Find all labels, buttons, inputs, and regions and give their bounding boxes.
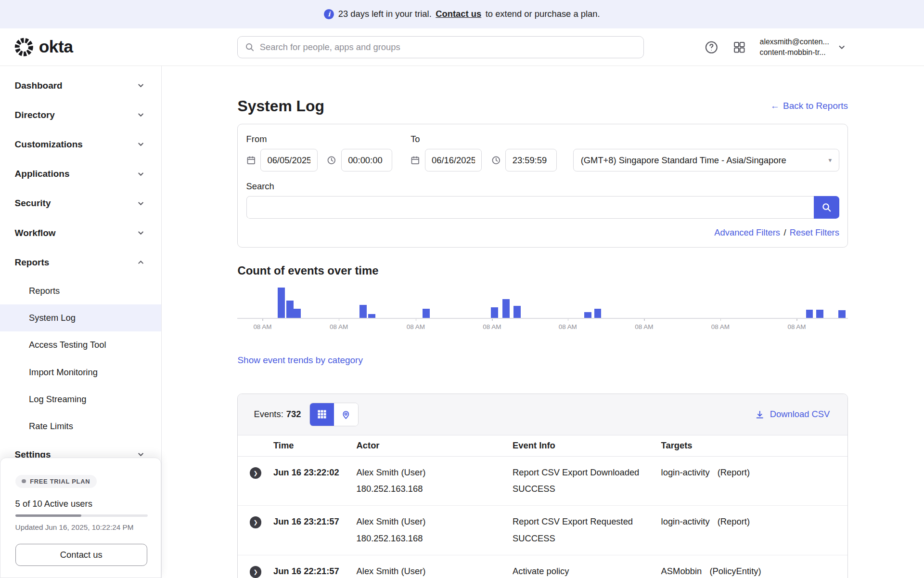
from-time-input[interactable] [341,149,393,171]
clock-icon [491,156,501,165]
log-search-button[interactable] [814,196,839,219]
table-view-button[interactable] [310,403,334,426]
okta-logo[interactable]: okta [14,28,73,66]
event-target-type: (PolicyEntity) [709,566,761,576]
x-axis-tick-label: 08 AM [635,323,653,330]
event-actor-ip: 180.252.163.168 [357,530,513,547]
trial-plan-badge: FREE TRIAL PLAN [15,475,97,488]
sidebar-subitem-reports[interactable]: Reports [0,277,161,304]
download-csv-link[interactable]: Download CSV [755,409,830,420]
reset-filters-link[interactable]: Reset Filters [790,227,839,238]
sidebar-subitem-log-streaming[interactable]: Log Streaming [0,386,161,413]
x-axis-tick [492,319,492,321]
back-to-reports-label: Back to Reports [783,101,848,111]
sidebar-item-label: Security [15,198,51,209]
event-targets: login-activity (Report) [661,464,847,498]
expand-row-button[interactable]: ❯ [250,566,261,578]
to-date-input[interactable] [425,149,482,171]
table-row: ❯ Jun 16 23:21:57 Alex Smith (User) 180.… [238,506,847,555]
global-search[interactable] [237,36,644,59]
banner-contact-link[interactable]: Contact us [436,9,481,19]
sidebar-subitem-system-log[interactable]: System Log [0,304,161,331]
sidebar-subitem-import-monitoring[interactable]: Import Monitoring [0,358,161,385]
sidebar-subitem-label: Reports [29,286,60,296]
events-count-label: Events: [254,409,283,420]
sidebar-subitem-label: Rate Limits [29,421,73,432]
help-button[interactable] [704,40,719,55]
active-users-progress [15,514,148,517]
active-users-text: 5 of 10 Active users [15,499,146,509]
events-over-time-chart: 08 AM08 AM08 AM08 AM08 AM08 AM08 AM08 AM [237,285,848,331]
sidebar-item-applications[interactable]: Applications [0,159,161,189]
sidebar-item-customizations[interactable]: Customizations [0,130,161,159]
sidebar-item-reports[interactable]: Reports [0,248,161,277]
log-search-input[interactable] [246,196,814,219]
x-axis-tick [568,319,568,321]
chart-bar [502,299,510,318]
apps-grid-button[interactable] [732,40,747,55]
links-separator: / [783,227,786,238]
chevron-down-icon [137,170,145,178]
download-csv-label: Download CSV [770,409,830,420]
advanced-filters-link[interactable]: Advanced Filters [714,227,780,238]
header-actions: alexsmith@conten... content-mobbin-tr... [704,28,846,66]
active-users-progress-fill [15,514,82,517]
sidebar-subitem-label: Import Monitoring [29,367,98,378]
contact-us-button[interactable]: Contact us [15,544,147,566]
global-search-input[interactable] [260,42,637,53]
column-header-event-info: Event Info [513,440,661,451]
expand-row-button[interactable]: ❯ [250,516,261,528]
event-info: Activate policy [513,563,661,578]
event-status: SUCCESS [513,481,661,497]
to-time-input[interactable] [505,149,557,171]
sidebar-subitem-rate-limits[interactable]: Rate Limits [0,413,161,440]
chevron-down-icon [137,140,145,148]
sidebar-item-directory[interactable]: Directory [0,100,161,130]
event-info: Report CSV Export Requested [513,513,661,530]
trial-plan-badge-label: FREE TRIAL PLAN [30,478,90,485]
sidebar-item-workflow[interactable]: Workflow [0,218,161,248]
map-view-button[interactable] [334,403,358,426]
banner-text: 23 days left in your trial. [338,9,432,19]
search-label: Search [246,181,839,192]
event-actor: Alex Smith (User) [357,563,513,578]
x-axis-line [237,318,848,318]
column-header-actor: Actor [357,440,513,451]
sidebar-nav: Dashboard Directory Customizations Appli… [0,66,161,469]
sidebar-item-label: Directory [15,110,55,120]
sidebar-subitem-access-testing-tool[interactable]: Access Testing Tool [0,331,161,358]
sidebar-subitem-label: Log Streaming [29,394,86,405]
sidebar-item-dashboard[interactable]: Dashboard [0,71,161,100]
x-axis-tick [720,319,721,321]
expand-row-button[interactable]: ❯ [250,467,261,479]
x-axis-tick [416,319,416,321]
event-target-name: login-activity [661,467,710,477]
event-target-name: login-activity [661,516,710,526]
timezone-select[interactable]: (GMT+8) Singapore Standard Time - Asia/S… [573,149,839,171]
chart-bar [806,310,813,318]
x-axis-tick-label: 08 AM [253,323,271,330]
account-menu[interactable]: alexsmith@conten... content-mobbin-tr... [760,37,847,58]
banner-text-after: to extend or purchase a plan. [486,9,600,19]
sidebar-item-security[interactable]: Security [0,189,161,218]
chart-bar [594,309,602,318]
events-count-value: 732 [286,409,301,420]
top-header: okta [0,28,924,66]
help-icon [704,40,719,55]
search-icon [821,202,832,212]
event-target-type: (Report) [718,516,750,526]
account-info: alexsmith@conten... content-mobbin-tr... [760,37,829,58]
back-arrow-icon: ← [770,101,780,111]
event-actor-ip: 180.252.163.168 [357,481,513,497]
from-date-input[interactable] [260,149,318,171]
events-header: Events: 732 [238,394,847,435]
dropdown-caret-icon: ▾ [828,157,832,164]
chevron-down-icon [837,43,846,52]
chart-bar [359,305,367,318]
search-icon [245,42,255,52]
event-target-type: (Report) [718,467,750,477]
x-axis-tick-label: 08 AM [559,323,577,330]
calendar-icon [246,156,256,165]
back-to-reports-link[interactable]: ← Back to Reports [770,101,848,111]
event-trends-link[interactable]: Show event trends by category [237,355,362,366]
